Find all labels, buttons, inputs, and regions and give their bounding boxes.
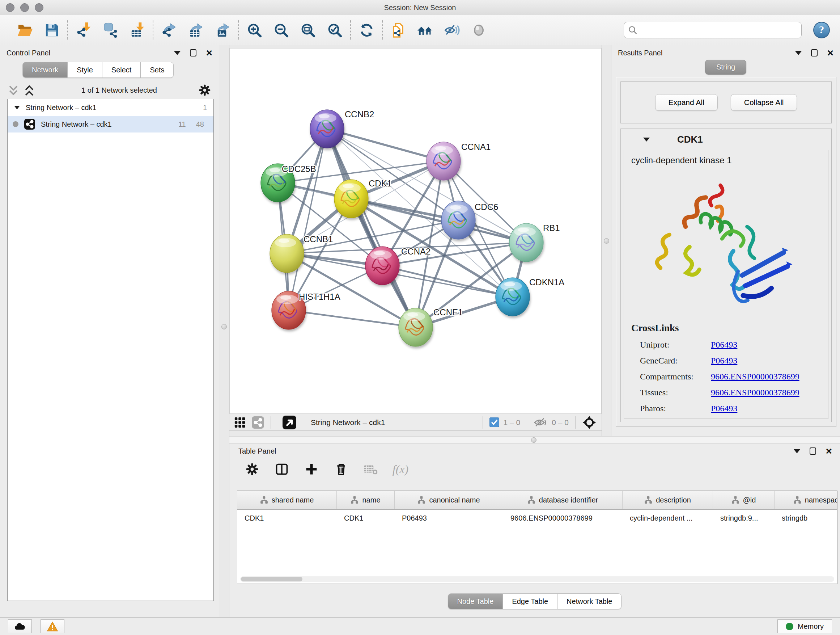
close-panel-icon[interactable]: × [826,448,832,455]
export-table-button[interactable] [187,21,205,39]
zoom-in-button[interactable] [245,21,264,39]
network-canvas[interactable]: CCNB2CCNA1CDC25BCDK1CDC6RB1CCNB1CCNA2CDK… [229,48,602,414]
network-node-cdk1[interactable]: CDK1 [334,179,392,218]
panel-menu-icon[interactable] [794,449,800,453]
network-node-ccna1[interactable]: CCNA1 [426,142,491,180]
collapse-all-icon[interactable] [8,84,19,96]
panel-menu-icon[interactable] [795,51,802,55]
crosslink-link[interactable]: P06493 [711,356,737,366]
network-node-cdc25b[interactable]: CDC25B [261,164,316,202]
network-edge[interactable] [289,129,327,310]
table-cell[interactable]: stringdb [775,514,837,523]
import-network-file-button[interactable] [74,21,93,39]
tab-node-table[interactable]: Node Table [448,593,503,609]
tab-network[interactable]: Network [22,62,68,78]
column-header-namespace[interactable]: namespace [775,491,837,509]
table-horizontal-scrollbar[interactable] [240,576,834,582]
table-cell[interactable]: cyclin-dependent ... [622,514,713,523]
bottom-splitter-handle[interactable] [531,437,537,443]
table-settings-button[interactable] [245,462,259,476]
network-node-hist1h1a[interactable]: HIST1H1A [272,291,340,329]
close-panel-icon[interactable]: × [206,49,212,57]
column-header-canonicalname[interactable]: canonical name [395,491,503,509]
column-header-id[interactable]: @id [713,491,775,509]
import-network-database-button[interactable] [101,21,119,39]
tab-network-table[interactable]: Network Table [557,593,622,609]
tab-edge-table[interactable]: Edge Table [503,593,557,609]
open-file-button[interactable] [16,21,34,39]
save-session-button[interactable] [43,21,61,39]
export-network-button[interactable] [160,21,178,39]
network-node-rb1[interactable]: RB1 [509,223,560,262]
fit-selection-crosshair-icon[interactable] [582,415,597,430]
float-panel-icon[interactable] [811,49,818,57]
network-row[interactable]: String Network – cdk1 11 48 [8,116,213,133]
import-table-file-button[interactable] [128,21,146,39]
manage-columns-button[interactable] [275,462,289,476]
tab-select[interactable]: Select [103,62,141,78]
crosslink-link[interactable]: 9606.ENSP00000378699 [711,372,799,382]
network-collection-row[interactable]: String Network – cdk1 1 [8,99,213,116]
zoom-fit-button[interactable] [299,21,317,39]
network-node-ccne1[interactable]: CCNE1 [399,307,463,347]
help-button[interactable]: ? [813,21,831,39]
import-network-database-icon [102,22,119,39]
table-cell[interactable]: CDK1 [337,514,395,523]
share-network-icon[interactable] [252,416,264,429]
memory-button[interactable]: Memory [777,619,832,633]
crosslink-link[interactable]: P06493 [711,404,737,413]
selected-checkbox-icon[interactable] [489,417,499,427]
add-column-button[interactable] [305,462,318,476]
network-graph[interactable]: CCNB2CCNA1CDC25BCDK1CDC6RB1CCNB1CCNA2CDK… [230,49,602,414]
table-cell[interactable]: stringdb:9... [713,514,775,523]
refresh-view-button[interactable] [357,21,376,39]
gene-description: cyclin-dependent kinase 1 [631,155,821,165]
table-cell[interactable]: P06493 [395,514,503,523]
entry-expander-icon[interactable] [643,138,650,141]
right-splitter-handle[interactable] [604,238,609,244]
collapse-all-button[interactable]: Collapse All [731,94,797,111]
tab-sets[interactable]: Sets [141,62,174,78]
network-edge[interactable] [289,310,416,327]
grid-view-icon[interactable] [234,417,245,428]
left-splitter-handle[interactable] [221,324,227,329]
tree-expander-icon[interactable] [14,106,20,109]
column-header-description[interactable]: description [622,491,713,509]
network-node-cdkn1a[interactable]: CDKN1A [496,277,564,316]
float-panel-icon[interactable] [810,448,816,455]
show-home-button[interactable] [416,21,434,39]
table-cell[interactable]: CDK1 [237,514,337,523]
float-panel-icon[interactable] [190,49,196,57]
gene-entry-header[interactable]: CDK1 [621,129,831,150]
warnings-button[interactable] [41,619,65,633]
hidden-eye-icon[interactable] [534,417,547,428]
panel-menu-icon[interactable] [174,51,180,55]
birds-eye-open-icon[interactable] [283,416,296,429]
zoom-out-button[interactable] [272,21,290,39]
export-image-button[interactable] [213,21,232,39]
column-header-name[interactable]: name [337,491,395,509]
network-options-gear-icon[interactable] [199,84,211,96]
column-header-sharedname[interactable]: shared name [237,491,337,509]
crosslink-link[interactable]: 9606.ENSP00000378699 [711,388,799,397]
crosslink-link[interactable]: P06493 [711,340,737,350]
expand-all-button[interactable]: Expand All [655,94,718,111]
right-splitter[interactable] [602,45,611,436]
tab-style[interactable]: Style [68,62,102,78]
toggle-birds-eye-button[interactable] [470,21,488,39]
table-row[interactable]: CDK1CDK1P064939606.ENSP00000378699cyclin… [237,510,837,526]
cloud-button[interactable] [8,619,32,633]
delete-column-button[interactable] [334,462,348,476]
close-panel-icon[interactable]: × [827,49,834,57]
column-header-databaseidentifier[interactable]: database identifier [503,491,622,509]
bottom-splitter[interactable] [229,436,840,443]
scrollbar-thumb[interactable] [241,577,302,581]
toggle-graphics-details-button[interactable] [443,21,461,39]
tab-string[interactable]: String [705,60,746,74]
search-input[interactable] [624,22,802,38]
clone-network-button[interactable] [389,21,407,39]
table-cell[interactable]: 9606.ENSP00000378699 [503,514,622,523]
left-splitter[interactable] [219,45,229,617]
expand-all-icon[interactable] [24,84,35,96]
zoom-selected-button[interactable] [325,21,344,39]
